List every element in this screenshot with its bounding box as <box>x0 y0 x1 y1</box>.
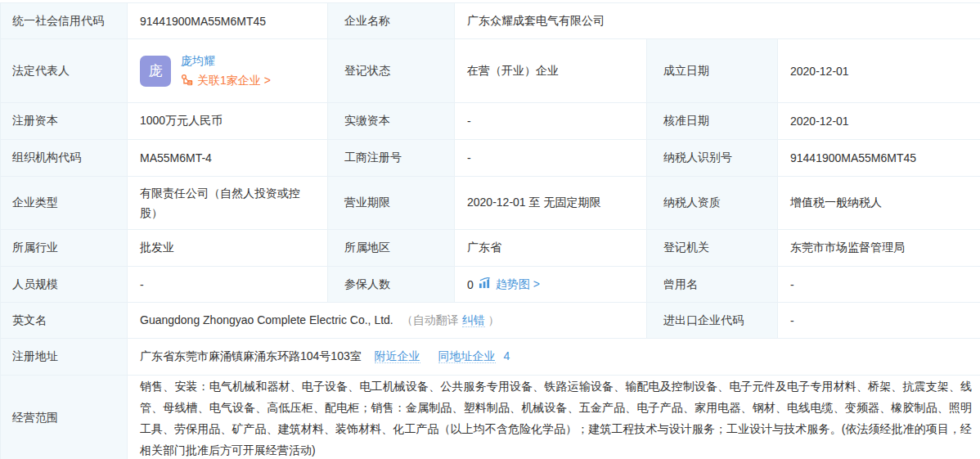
reg-status-value: 在营（开业）企业 <box>455 39 647 103</box>
company-info-table: 统一社会信用代码 91441900MA55M6MT45 企业名称 广东众耀成套电… <box>0 2 980 459</box>
table-row: 所属行业 批发业 所属地区 广东省 登记机关 东莞市市场监督管理局 <box>1 230 980 267</box>
reg-capital-label: 注册资本 <box>1 103 128 140</box>
taxpayer-quality-value: 增值税一般纳税人 <box>778 177 980 230</box>
credit-code-value: 91441900MA55M6MT45 <box>128 3 328 39</box>
english-name-label: 英文名 <box>1 303 128 339</box>
insured-label: 参保人数 <box>328 267 455 303</box>
region-label: 所属地区 <box>328 230 455 267</box>
table-row: 人员规模 - 参保人数 0 趋势图 > 曾用名 - <box>1 267 980 303</box>
taxpayer-id-label: 纳税人识别号 <box>647 140 778 177</box>
industry-value: 批发业 <box>128 230 328 267</box>
table-row: 英文名 Guangdong Zhongyao Complete Electric… <box>1 303 980 339</box>
biz-reg-no-value: - <box>455 140 647 177</box>
table-row: 注册资本 1000万元人民币 实缴资本 - 核准日期 2020-12-01 <box>1 103 980 140</box>
reg-authority-label: 登记机关 <box>647 230 778 267</box>
related-companies-icon: 企 <box>181 74 193 88</box>
biz-term-value: 2020-12-01 至 无固定期限 <box>455 177 647 230</box>
reg-authority-value: 东莞市市场监督管理局 <box>778 230 980 267</box>
same-address-count[interactable]: 4 <box>503 349 510 362</box>
scope-value: 销售、安装：电气机械和器材、电子设备、电工机械设备、公共服务专用设备、铁路运输设… <box>128 376 980 459</box>
import-export-value: - <box>778 303 980 339</box>
svg-text:企: 企 <box>188 80 192 85</box>
biz-reg-no-label: 工商注册号 <box>328 140 455 177</box>
auto-translate-note-close: ） <box>488 313 499 326</box>
legal-rep-label: 法定代表人 <box>1 39 128 103</box>
correct-link[interactable]: 纠错 <box>462 313 485 327</box>
english-name-cell: Guangdong Zhongyao Complete Electric Co.… <box>128 303 647 339</box>
establish-date-label: 成立日期 <box>647 39 778 103</box>
org-code-value: MA55M6MT-4 <box>128 140 328 177</box>
approval-date-value: 2020-12-01 <box>778 103 980 140</box>
company-name-value: 广东众耀成套电气有限公司 <box>455 3 980 39</box>
english-name-value: Guangdong Zhongyao Complete Electric Co.… <box>140 313 393 326</box>
insured-cell: 0 趋势图 > <box>455 267 647 303</box>
biz-term-label: 营业期限 <box>328 177 455 230</box>
related-companies-link[interactable]: 关联1家企业 > <box>197 74 271 88</box>
table-row: 企业类型 有限责任公司（自然人投资或控股） 营业期限 2020-12-01 至 … <box>1 177 980 230</box>
industry-label: 所属行业 <box>1 230 128 267</box>
reg-capital-value: 1000万元人民币 <box>128 103 328 140</box>
staff-size-value: - <box>128 267 328 303</box>
legal-rep-avatar[interactable]: 庞 <box>140 56 171 87</box>
taxpayer-quality-label: 纳税人资质 <box>647 177 778 230</box>
address-label: 注册地址 <box>1 339 128 376</box>
former-name-label: 曾用名 <box>647 267 778 303</box>
trend-chart-link[interactable]: 趋势图 > <box>496 277 540 292</box>
table-row: 法定代表人 庞 庞均耀 企 <box>1 39 980 103</box>
company-name-label: 企业名称 <box>328 3 455 39</box>
reg-status-label: 登记状态 <box>328 39 455 103</box>
region-value: 广东省 <box>455 230 647 267</box>
approval-date-label: 核准日期 <box>647 103 778 140</box>
import-export-label: 进出口企业代码 <box>647 303 778 339</box>
establish-date-value: 2020-12-01 <box>778 39 980 103</box>
address-value: 广东省东莞市麻涌镇麻涌东环路104号103室 <box>140 349 362 362</box>
table-row: 统一社会信用代码 91441900MA55M6MT45 企业名称 广东众耀成套电… <box>1 3 980 39</box>
legal-rep-cell: 庞 庞均耀 企 关联1家企业 > <box>128 39 328 103</box>
taxpayer-id-value: 91441900MA55M6MT45 <box>778 140 980 177</box>
auto-translate-note: （自动翻译 <box>402 313 459 326</box>
company-type-label: 企业类型 <box>1 177 128 230</box>
company-type-value: 有限责任公司（自然人投资或控股） <box>128 177 328 230</box>
former-name-value: - <box>778 267 980 303</box>
org-code-label: 组织机构代码 <box>1 140 128 177</box>
trend-chart-icon <box>479 277 491 291</box>
same-address-companies-link[interactable]: 同地址企业 <box>438 349 496 363</box>
staff-size-label: 人员规模 <box>1 267 128 303</box>
legal-rep-name-link[interactable]: 庞均耀 <box>181 54 271 69</box>
table-row: 注册地址 广东省东莞市麻涌镇麻涌东环路104号103室 附近企业 同地址企业 4 <box>1 339 980 376</box>
address-cell: 广东省东莞市麻涌镇麻涌东环路104号103室 附近企业 同地址企业 4 <box>128 339 980 376</box>
credit-code-label: 统一社会信用代码 <box>1 3 128 39</box>
paid-capital-label: 实缴资本 <box>328 103 455 140</box>
scope-label: 经营范围 <box>1 376 128 459</box>
table-row: 组织机构代码 MA55M6MT-4 工商注册号 - 纳税人识别号 9144190… <box>1 140 980 177</box>
paid-capital-value: - <box>455 103 647 140</box>
table-row: 经营范围 销售、安装：电气机械和器材、电子设备、电工机械设备、公共服务专用设备、… <box>1 376 980 459</box>
insured-count: 0 <box>467 278 474 291</box>
nearby-companies-link[interactable]: 附近企业 <box>375 349 420 363</box>
